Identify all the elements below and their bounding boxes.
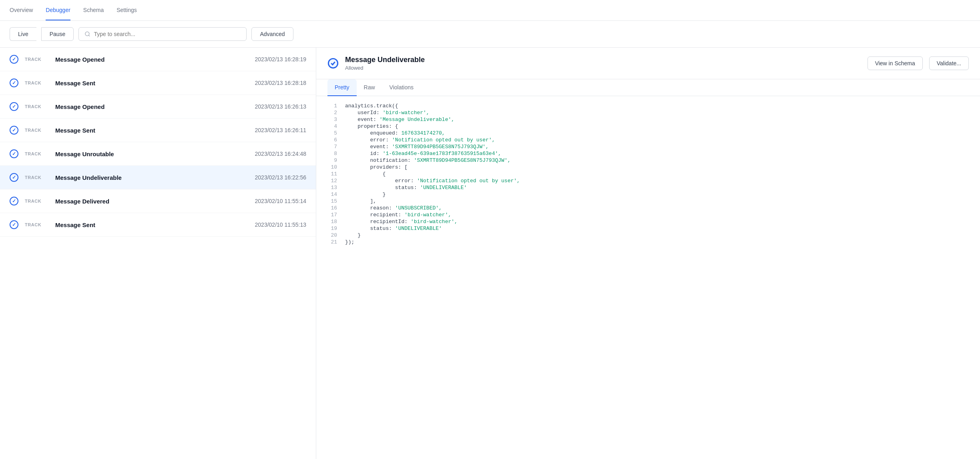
list-item[interactable]: TRACK Message Opened 2023/02/13 16:26:13 [0, 95, 316, 119]
code-block: 1 analytics.track({ 2 userId: 'bird-watc… [316, 96, 980, 459]
detail-check-icon [327, 58, 339, 69]
code-line: 5 enqueued: 1676334174270, [316, 130, 980, 137]
event-time: 2023/02/13 16:24:48 [255, 151, 306, 157]
list-item[interactable]: TRACK Message Delivered 2023/02/10 11:55… [0, 189, 316, 213]
event-name: Message Sent [55, 221, 249, 228]
code-line: 8 id: '1-63ead45e-639ae1783f387635915a63… [316, 150, 980, 157]
event-time: 2023/02/13 16:26:13 [255, 103, 306, 110]
event-time: 2023/02/13 16:22:56 [255, 174, 306, 181]
event-name: Message Opened [55, 103, 249, 110]
event-time: 2023/02/13 16:28:18 [255, 80, 306, 86]
main-layout: TRACK Message Opened 2023/02/13 16:28:19… [0, 48, 980, 459]
detail-subtitle: Allowed [345, 65, 861, 71]
check-icon [10, 197, 18, 205]
check-icon [10, 149, 18, 158]
code-line: 1 analytics.track({ [316, 103, 980, 109]
code-line: 10 providers: [ [316, 164, 980, 171]
code-line: 3 event: 'Message Undeliverable', [316, 116, 980, 123]
event-type: TRACK [25, 104, 49, 109]
check-icon [10, 55, 18, 64]
event-type: TRACK [25, 222, 49, 227]
code-line: 7 event: 'SXMRTT89D94PB5GES8N75J793QJW', [316, 143, 980, 150]
detail-title: Message Undeliverable [345, 56, 861, 64]
list-item[interactable]: TRACK Message Sent 2023/02/13 16:28:18 [0, 71, 316, 95]
event-type: TRACK [25, 151, 49, 156]
advanced-button[interactable]: Advanced [251, 27, 293, 41]
code-line: 17 recipient: 'bird-watcher', [316, 211, 980, 218]
code-line: 13 status: 'UNDELIVERABLE' [316, 184, 980, 191]
code-line: 12 error: 'Notification opted out by use… [316, 177, 980, 184]
tab-raw[interactable]: Raw [357, 79, 382, 96]
code-line: 20 } [316, 232, 980, 239]
event-list: TRACK Message Opened 2023/02/13 16:28:19… [0, 48, 316, 459]
search-icon [84, 31, 90, 37]
event-name: Message Undeliverable [55, 174, 249, 181]
event-time: 2023/02/13 16:28:19 [255, 56, 306, 62]
event-name: Message Opened [55, 56, 249, 63]
event-name: Message Delivered [55, 198, 249, 205]
code-line: 15 ], [316, 198, 980, 205]
view-schema-button[interactable]: View in Schema [868, 56, 923, 70]
check-icon [10, 102, 18, 111]
search-input[interactable] [94, 31, 241, 37]
code-line: 6 error: 'Notification opted out by user… [316, 137, 980, 143]
code-line: 14 } [316, 191, 980, 198]
event-type: TRACK [25, 199, 49, 203]
code-line: 18 recipientId: 'bird-watcher', [316, 218, 980, 225]
code-line: 11 { [316, 171, 980, 177]
code-line: 16 reason: 'UNSUBSCRIBED', [316, 205, 980, 211]
search-box[interactable] [78, 27, 247, 41]
detail-header: Message Undeliverable Allowed View in Sc… [316, 48, 980, 79]
code-line: 4 properties: { [316, 123, 980, 130]
check-icon [10, 126, 18, 135]
event-time: 2023/02/13 16:26:11 [255, 127, 306, 133]
check-icon [10, 220, 18, 229]
code-line: 19 status: 'UNDELIVERABLE' [316, 225, 980, 232]
detail-title-block: Message Undeliverable Allowed [345, 56, 861, 71]
tab-overview[interactable]: Overview [10, 0, 33, 20]
code-tabs: Pretty Raw Violations [316, 79, 980, 96]
toolbar: Live Pause Advanced [0, 21, 980, 48]
right-panel: Message Undeliverable Allowed View in Sc… [316, 48, 980, 459]
validate-button[interactable]: Validate... [929, 56, 969, 70]
tab-settings[interactable]: Settings [116, 0, 137, 20]
pause-button[interactable]: Pause [41, 27, 74, 41]
svg-point-0 [85, 32, 89, 36]
tab-pretty[interactable]: Pretty [327, 79, 357, 96]
tab-schema[interactable]: Schema [83, 0, 104, 20]
event-type: TRACK [25, 81, 49, 85]
code-line: 21 }); [316, 239, 980, 246]
event-time: 2023/02/10 11:55:14 [255, 198, 306, 204]
code-line: 9 notification: 'SXMRTT89D94PB5GES8N75J7… [316, 157, 980, 164]
tab-violations[interactable]: Violations [382, 79, 421, 96]
list-item[interactable]: TRACK Message Sent 2023/02/13 16:26:11 [0, 119, 316, 142]
check-icon [10, 173, 18, 182]
code-line: 2 userId: 'bird-watcher', [316, 109, 980, 116]
list-item[interactable]: TRACK Message Undeliverable 2023/02/13 1… [0, 166, 316, 189]
event-type: TRACK [25, 175, 49, 180]
event-type: TRACK [25, 128, 49, 133]
list-item[interactable]: TRACK Message Unroutable 2023/02/13 16:2… [0, 142, 316, 166]
live-button[interactable]: Live [10, 27, 36, 41]
svg-line-1 [89, 35, 90, 36]
check-icon [10, 79, 18, 87]
event-time: 2023/02/10 11:55:13 [255, 221, 306, 228]
top-nav: Overview Debugger Schema Settings [0, 0, 980, 21]
event-name: Message Unroutable [55, 151, 249, 157]
tab-debugger[interactable]: Debugger [46, 0, 70, 20]
event-name: Message Sent [55, 127, 249, 134]
list-item[interactable]: TRACK Message Opened 2023/02/13 16:28:19 [0, 48, 316, 71]
event-type: TRACK [25, 57, 49, 62]
list-item[interactable]: TRACK Message Sent 2023/02/10 11:55:13 [0, 213, 316, 237]
event-name: Message Sent [55, 80, 249, 87]
